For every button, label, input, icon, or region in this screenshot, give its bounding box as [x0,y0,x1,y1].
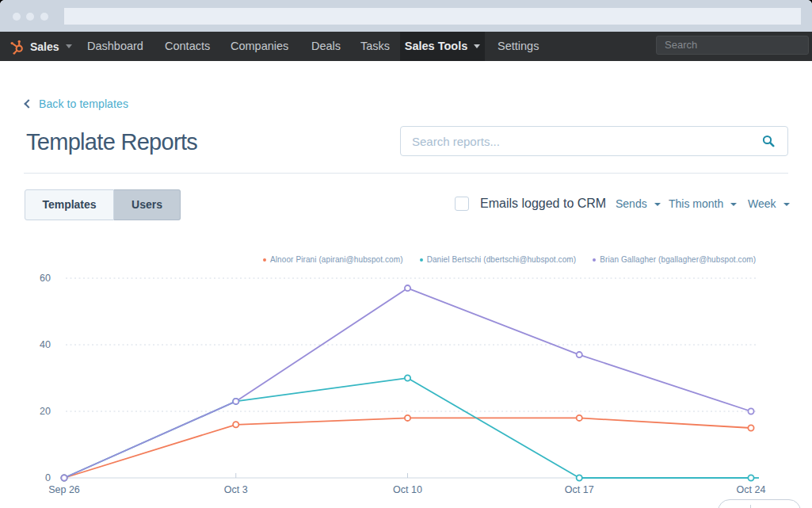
chart-pager[interactable] [718,499,801,508]
svg-text:Oct 3: Oct 3 [224,484,248,495]
search-icon[interactable] [762,135,775,147]
svg-text:20: 20 [40,406,51,417]
nav-item-deals[interactable]: Deals [311,32,341,61]
frequency-dropdown-label: Week [748,197,776,210]
legend-item[interactable]: Alnoor Pirani (apirani@hubspot.com) [263,255,403,264]
svg-text:60: 60 [40,273,51,284]
svg-text:40: 40 [40,339,51,350]
chevron-down-icon [730,203,737,206]
series-marker-icon [263,258,266,262]
nav-search-input[interactable]: Search [656,36,809,55]
brand[interactable]: Sales [10,32,72,61]
nav-sales-tools-label: Sales Tools [405,40,468,52]
series-marker-icon [593,258,596,262]
report-search [400,126,788,156]
window-dot-icon[interactable] [26,13,34,21]
back-link[interactable]: Back to templates [25,97,128,110]
page-title: Template Reports [26,130,197,154]
pager-divider [750,505,751,508]
legend-label: Alnoor Pirani (apirani@hubspot.com) [270,255,403,264]
chevron-down-icon [66,44,72,48]
emails-logged-label: Emails logged to CRM [480,197,606,211]
series-marker-icon [420,258,423,262]
date-range-dropdown-label: This month [669,197,723,210]
nav-item-settings[interactable]: Settings [497,32,539,61]
svg-text:Oct 10: Oct 10 [393,484,422,495]
sends-dropdown[interactable]: Sends [616,197,661,211]
hubspot-logo-icon [10,39,25,55]
svg-text:Oct 24: Oct 24 [737,484,766,495]
browser-chrome-bar [0,0,812,32]
window-dot-icon[interactable] [40,13,48,21]
tab-users[interactable]: Users [114,189,181,220]
window-dot-icon[interactable] [13,13,21,21]
nav-item-dashboard[interactable]: Dashboard [87,32,143,61]
nav-item-sales-tools[interactable]: Sales Tools [400,32,485,61]
emails-logged-checkbox[interactable] [455,197,469,211]
line-chart: 0204060Sep 26Oct 3Oct 10Oct 17Oct 24 [0,269,812,508]
chevron-down-icon [783,203,790,206]
legend-label: Brian Gallagher (bgallagher@hubspot.com) [600,255,756,264]
frequency-dropdown[interactable]: Week [748,197,790,211]
sends-dropdown-label: Sends [616,197,647,210]
date-range-dropdown[interactable]: This month [669,197,737,211]
report-search-input[interactable] [401,127,787,155]
main-nav: Sales Dashboard Contacts Companies Deals… [0,32,812,61]
nav-item-companies[interactable]: Companies [231,32,288,61]
address-bar[interactable] [64,8,801,25]
divider [24,173,788,174]
chevron-down-icon [654,203,661,206]
legend-item[interactable]: Daniel Bertschi (dbertschi@hubspot.com) [420,255,577,264]
tab-templates[interactable]: Templates [25,189,114,220]
svg-text:0: 0 [45,472,51,483]
tab-group: Templates Users [25,189,181,220]
nav-item-contacts[interactable]: Contacts [165,32,210,61]
legend-item[interactable]: Brian Gallagher (bgallagher@hubspot.com) [593,255,756,264]
svg-text:Sep 26: Sep 26 [48,484,80,495]
chevron-down-icon [474,44,480,48]
nav-item-tasks[interactable]: Tasks [360,32,390,61]
svg-text:Oct 17: Oct 17 [565,484,594,495]
brand-label: Sales [30,40,59,53]
chevron-left-icon [24,99,32,108]
legend-label: Daniel Bertschi (dbertschi@hubspot.com) [427,255,577,264]
back-link-label: Back to templates [39,97,128,110]
chart-legend: Alnoor Pirani (apirani@hubspot.com) Dani… [263,255,756,264]
browser-window: Sales Dashboard Contacts Companies Deals… [0,0,812,508]
